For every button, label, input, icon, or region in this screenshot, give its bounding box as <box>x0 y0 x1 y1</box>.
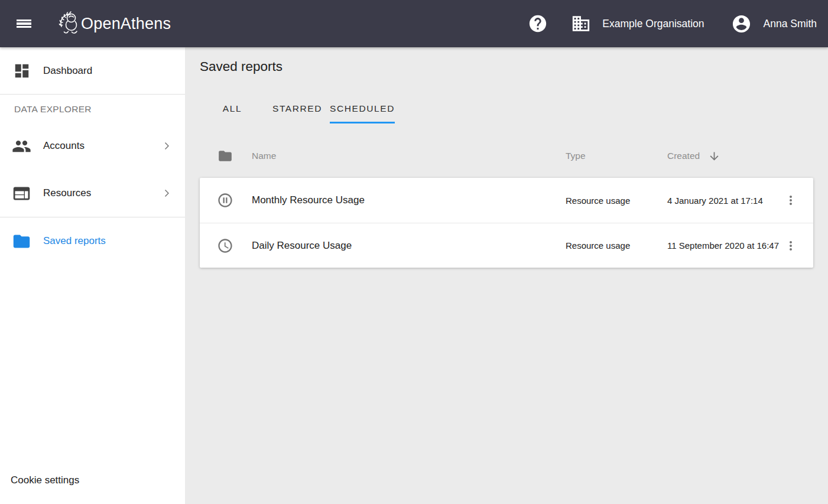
app-bar: OpenAthens Example Organisation Anna Smi… <box>0 0 828 47</box>
tab-all[interactable]: ALL <box>200 95 265 123</box>
help-icon[interactable] <box>528 14 548 34</box>
column-header-created[interactable]: Created <box>667 150 768 162</box>
sidebar-item-label: Resources <box>43 187 91 199</box>
resources-icon <box>12 184 31 203</box>
pause-circle-icon <box>217 192 233 209</box>
sidebar-item-resources[interactable]: Resources <box>0 170 185 217</box>
more-options-icon[interactable] <box>784 239 798 253</box>
sidebar-item-label: Dashboard <box>43 65 92 77</box>
organisation-switcher[interactable]: Example Organisation <box>571 14 704 34</box>
organisation-icon <box>571 14 591 34</box>
dashboard-icon <box>13 62 31 80</box>
organisation-name: Example Organisation <box>602 18 704 30</box>
report-row[interactable]: Monthly Resource Usage Resource usage 4 … <box>200 178 813 223</box>
sidebar-item-saved-reports[interactable]: Saved reports <box>0 217 185 265</box>
sidebar-section-label: DATA EXPLORER <box>0 95 185 122</box>
chevron-right-icon <box>161 187 173 199</box>
accounts-icon <box>12 136 31 156</box>
sidebar: Dashboard DATA EXPLORER Accounts Resourc… <box>0 47 185 504</box>
user-menu[interactable]: Anna Smith <box>731 14 817 34</box>
column-header-type[interactable]: Type <box>566 151 667 161</box>
cookie-settings-link[interactable]: Cookie settings <box>11 474 79 486</box>
tab-scheduled[interactable]: SCHEDULED <box>330 95 395 123</box>
tab-starred[interactable]: STARRED <box>265 95 330 123</box>
chevron-right-icon <box>161 140 173 152</box>
page-title: Saved reports <box>200 58 813 76</box>
hamburger-menu-icon[interactable] <box>17 19 31 28</box>
user-name: Anna Smith <box>764 18 817 30</box>
reports-list: Monthly Resource Usage Resource usage 4 … <box>200 178 813 268</box>
sidebar-item-label: Saved reports <box>43 235 106 247</box>
folder-icon <box>12 232 31 251</box>
openathens-owl-icon <box>56 9 80 38</box>
report-created: 4 January 2021 at 17:14 <box>667 196 768 206</box>
table-header: Name Type Created <box>200 123 813 178</box>
main-content: Saved reports ALL STARRED SCHEDULED Name… <box>185 47 828 504</box>
clock-icon <box>217 238 233 254</box>
sidebar-item-label: Accounts <box>43 140 85 152</box>
report-type: Resource usage <box>566 240 667 251</box>
openathens-logo: OpenAthens <box>56 9 171 38</box>
more-options-icon[interactable] <box>784 193 798 207</box>
sidebar-item-accounts[interactable]: Accounts <box>0 122 185 170</box>
user-avatar-icon <box>731 14 752 34</box>
tabs: ALL STARRED SCHEDULED <box>200 95 813 123</box>
column-header-name[interactable]: Name <box>252 151 566 161</box>
brand-name: OpenAthens <box>81 15 171 33</box>
report-name: Monthly Resource Usage <box>252 194 566 206</box>
sidebar-item-dashboard[interactable]: Dashboard <box>0 47 185 94</box>
sort-desc-icon <box>708 150 720 162</box>
report-type: Resource usage <box>566 196 667 206</box>
folder-icon <box>217 148 233 164</box>
report-created: 11 September 2020 at 16:47 <box>667 240 768 251</box>
report-row[interactable]: Daily Resource Usage Resource usage 11 S… <box>200 223 813 268</box>
report-name: Daily Resource Usage <box>252 240 566 252</box>
